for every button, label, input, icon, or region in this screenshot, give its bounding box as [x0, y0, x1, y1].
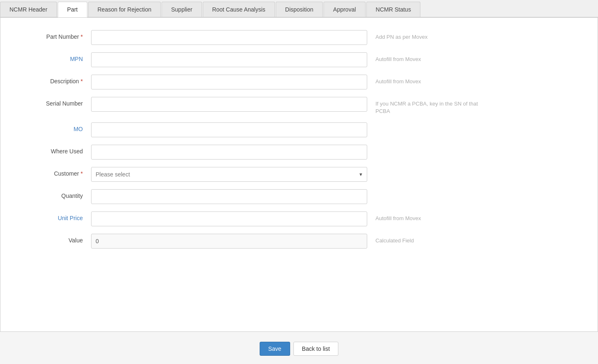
required-indicator: * — [81, 33, 83, 40]
unit-price-input[interactable] — [91, 211, 367, 226]
form-row-serial-number: Serial Number If you NCMR a PCBA, key in… — [0, 97, 598, 115]
tab-ncmr-header[interactable]: NCMR Header — [0, 2, 57, 17]
form-row-quantity: Quantity — [0, 189, 598, 204]
description-input[interactable] — [91, 75, 367, 89]
form-row-unit-price: Unit Price Autofill from Movex — [0, 211, 598, 226]
hint-mo — [367, 122, 483, 126]
field-serial-number — [91, 97, 367, 112]
tab-root-cause-analysis[interactable]: Root Cause Analysis — [203, 2, 275, 17]
save-button[interactable]: Save — [260, 342, 290, 356]
field-mo — [91, 122, 367, 137]
form-row-customer: Customer * Please select — [0, 167, 598, 182]
label-quantity: Quantity — [9, 189, 91, 199]
footer-buttons: Save Back to list — [0, 332, 598, 364]
form-row-value: Value Calculated Field — [0, 234, 598, 249]
form-row-mpn: MPN Autofill from Movex — [0, 52, 598, 67]
quantity-input[interactable] — [91, 189, 367, 204]
hint-quantity — [367, 189, 483, 193]
page-wrapper: NCMR Header Part Reason for Rejection Su… — [0, 0, 598, 364]
hint-unit-price: Autofill from Movex — [367, 211, 483, 222]
form-row-mo: MO — [0, 122, 598, 137]
hint-mpn: Autofill from Movex — [367, 52, 483, 63]
label-mpn: MPN — [9, 52, 91, 62]
tab-supplier[interactable]: Supplier — [162, 2, 202, 17]
required-indicator-customer: * — [81, 170, 83, 177]
hint-customer — [367, 167, 483, 170]
part-number-input[interactable] — [91, 30, 367, 45]
hint-description: Autofill from Movex — [367, 75, 483, 85]
label-customer: Customer * — [9, 167, 91, 177]
field-value — [91, 234, 367, 249]
label-serial-number: Serial Number — [9, 97, 91, 107]
field-quantity — [91, 189, 367, 204]
label-where-used: Where Used — [9, 145, 91, 155]
required-indicator-desc: * — [81, 78, 83, 85]
where-used-input[interactable] — [91, 145, 367, 160]
tab-approval[interactable]: Approval — [324, 2, 365, 17]
back-to-list-button[interactable]: Back to list — [293, 342, 339, 356]
form-row-description: Description * Autofill from Movex — [0, 75, 598, 89]
hint-serial-number: If you NCMR a PCBA, key in the SN of tha… — [367, 97, 483, 115]
mpn-input[interactable] — [91, 52, 367, 67]
field-customer: Please select — [91, 167, 367, 182]
tab-part[interactable]: Part — [58, 2, 87, 17]
tab-disposition[interactable]: Disposition — [276, 2, 323, 17]
customer-select[interactable]: Please select — [91, 167, 367, 182]
tab-reason-for-rejection[interactable]: Reason for Rejection — [88, 2, 161, 17]
label-unit-price: Unit Price — [9, 211, 91, 221]
hint-value: Calculated Field — [367, 234, 483, 244]
tab-ncmr-status[interactable]: NCMR Status — [366, 2, 421, 17]
field-where-used — [91, 145, 367, 160]
label-mo: MO — [9, 122, 91, 132]
label-value: Value — [9, 234, 91, 244]
form-row-where-used: Where Used — [0, 145, 598, 160]
serial-number-input[interactable] — [91, 97, 367, 112]
customer-select-wrapper: Please select — [91, 167, 367, 182]
form-row-part-number: Part Number * Add PN as per Movex — [0, 30, 598, 45]
field-unit-price — [91, 211, 367, 226]
main-content: Part Number * Add PN as per Movex MPN Au… — [0, 17, 598, 332]
field-description — [91, 75, 367, 89]
field-mpn — [91, 52, 367, 67]
hint-part-number: Add PN as per Movex — [367, 30, 483, 41]
hint-where-used — [367, 145, 483, 148]
label-description: Description * — [9, 75, 91, 85]
field-part-number — [91, 30, 367, 45]
label-part-number: Part Number * — [9, 30, 91, 40]
value-input[interactable] — [91, 234, 367, 249]
mo-input[interactable] — [91, 122, 367, 137]
tabs-bar: NCMR Header Part Reason for Rejection Su… — [0, 0, 598, 17]
